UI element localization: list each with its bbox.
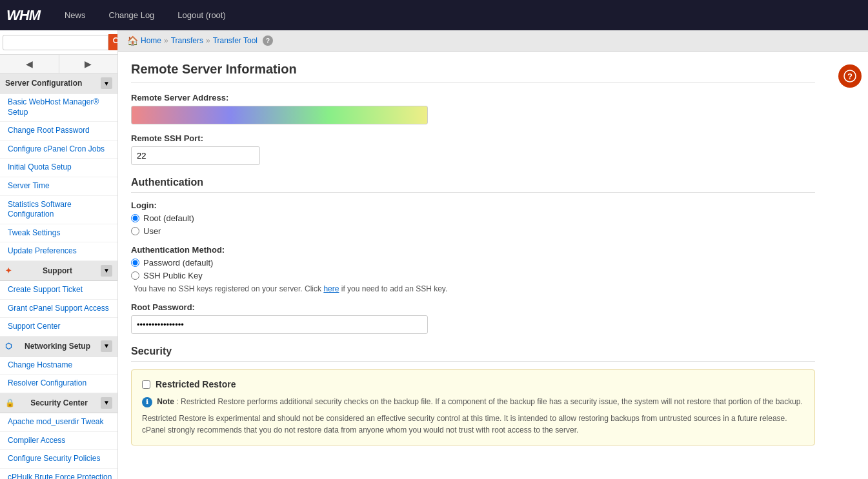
remote-ssh-port-label: Remote SSH Port:	[131, 133, 815, 143]
breadcrumb-sep2: »	[206, 36, 210, 45]
search-bar	[0, 30, 117, 55]
sidebar-item-compiler-access[interactable]: Compiler Access	[0, 432, 117, 451]
security-section-title: Security	[131, 346, 815, 362]
sidebar-section-networking-setup[interactable]: ⬡Networking Setup ▼	[0, 337, 117, 357]
section-label-networking-setup: Networking Setup	[25, 342, 90, 351]
news-link[interactable]: News	[59, 8, 91, 23]
remote-server-address-group: Remote Server Address:	[131, 93, 815, 124]
sidebar-item-change-hostname[interactable]: Change Hostname	[0, 357, 117, 375]
page-title: Remote Server Information	[131, 62, 815, 83]
search-button[interactable]	[108, 34, 118, 50]
sidebar-item-support-center[interactable]: Support Center	[0, 318, 117, 337]
section-toggle-server-configuration[interactable]: ▼	[101, 77, 112, 89]
sidebar-item-basic-webhost-setup[interactable]: Basic WebHost Manager® Setup	[0, 93, 117, 122]
logout-link[interactable]: Logout (root)	[172, 8, 230, 23]
sidebar-item-statistics-software[interactable]: Statistics Software Configuration	[0, 196, 117, 224]
sidebar-item-tweak-settings[interactable]: Tweak Settings	[0, 224, 117, 243]
auth-password-option[interactable]: Password (default)	[131, 258, 815, 268]
restricted-restore-checkbox[interactable]	[142, 380, 150, 389]
breadcrumb-current: Transfer Tool	[213, 36, 257, 45]
note-box: ℹ Note : Restricted Restore performs add…	[142, 396, 804, 407]
section-toggle-networking-setup[interactable]: ▼	[101, 340, 112, 352]
search-input[interactable]	[3, 35, 108, 50]
section-label-support: Support	[43, 266, 72, 275]
sidebar-item-server-time[interactable]: Server Time	[0, 177, 117, 196]
nav-arrows: ◀ ▶	[0, 55, 117, 73]
section-toggle-security-center[interactable]: ▼	[101, 397, 112, 409]
security-box: Restricted Restore ℹ Note : Restricted R…	[131, 369, 815, 445]
security-desc-text: Restricted Restore is experimental and s…	[142, 413, 804, 436]
ssh-note-link[interactable]: here	[323, 284, 339, 293]
help-bubble[interactable]: ?	[838, 64, 862, 88]
svg-text:?: ?	[847, 72, 853, 81]
breadcrumb-home[interactable]: Home	[141, 36, 161, 45]
auth-method-group: Authentication Method: Password (default…	[131, 245, 815, 293]
sidebar-section-support[interactable]: ✦Support ▼	[0, 261, 117, 281]
remote-address-label: Remote Server Address:	[131, 93, 815, 103]
breadcrumb-transfers[interactable]: Transfers	[171, 36, 203, 45]
authentication-section-title: Authentication	[131, 177, 815, 193]
breadcrumb: 🏠 Home » Transfers » Transfer Tool ?	[118, 30, 868, 52]
ssh-key-note: You have no SSH keys registered on your …	[131, 284, 815, 293]
svg-point-0	[114, 38, 118, 43]
ssh-note-suffix: if you need to add an SSH key.	[339, 284, 447, 293]
auth-ssh-radio[interactable]	[131, 271, 139, 280]
breadcrumb-sep1: »	[164, 36, 168, 45]
auth-ssh-option[interactable]: SSH Public Key	[131, 271, 815, 280]
section-label-server-configuration: Server Configuration	[5, 79, 82, 88]
nav-forward-button[interactable]: ▶	[59, 55, 118, 73]
nav-back-button[interactable]: ◀	[0, 55, 59, 73]
restricted-restore-label: Restricted Restore	[156, 379, 236, 389]
changelog-link[interactable]: Change Log	[104, 8, 160, 23]
sidebar-sections: Server Configuration ▼Basic WebHost Mana…	[0, 73, 117, 479]
sidebar-item-change-root-password[interactable]: Change Root Password	[0, 122, 117, 141]
login-root-option[interactable]: Root (default)	[131, 213, 815, 223]
login-radio-group: Root (default) User	[131, 213, 815, 236]
auth-method-radio-group: Password (default) SSH Public Key	[131, 258, 815, 280]
breadcrumb-help-icon[interactable]: ?	[263, 35, 273, 46]
auth-ssh-label: SSH Public Key	[143, 271, 203, 280]
login-label: Login:	[131, 200, 815, 210]
login-root-label: Root (default)	[143, 213, 194, 223]
sidebar-item-resolver-config[interactable]: Resolver Configuration	[0, 375, 117, 393]
auth-password-radio[interactable]	[131, 259, 139, 267]
sidebar-item-configure-security-policies[interactable]: Configure Security Policies	[0, 450, 117, 469]
note-bold: Note	[157, 397, 174, 406]
sidebar-item-apache-mod-userdir[interactable]: Apache mod_userdir Tweak	[0, 413, 117, 432]
login-root-radio[interactable]	[131, 214, 139, 222]
root-password-label: Root Password:	[131, 302, 815, 312]
sidebar-item-create-support-ticket[interactable]: Create Support Ticket	[0, 281, 117, 300]
main-content: 🏠 Home » Transfers » Transfer Tool ? Rem…	[118, 30, 868, 479]
sidebar-item-update-preferences[interactable]: Update Preferences	[0, 242, 117, 261]
note-icon: ℹ	[142, 397, 152, 407]
sidebar-item-initial-quota-setup[interactable]: Initial Quota Setup	[0, 159, 117, 177]
sidebar-item-cphulk-brute-force[interactable]: cPHulk Brute Force Protection	[0, 469, 117, 479]
main-layout: ◀ ▶ Server Configuration ▼Basic WebHost …	[0, 30, 868, 479]
sidebar-section-server-configuration[interactable]: Server Configuration ▼	[0, 73, 117, 93]
login-user-radio[interactable]	[131, 227, 139, 235]
remote-ssh-port-group: Remote SSH Port:	[131, 133, 815, 165]
page-body: Remote Server Information Remote Server …	[118, 52, 828, 456]
section-label-security-center: Security Center	[30, 398, 88, 407]
auth-password-label: Password (default)	[143, 258, 213, 268]
top-navigation: WHM News Change Log Logout (root)	[0, 0, 868, 30]
note-text: : Restricted Restore performs additional…	[176, 397, 803, 406]
sidebar-section-security-center[interactable]: 🔒Security Center ▼	[0, 393, 117, 413]
login-user-label: User	[143, 226, 161, 236]
sidebar: ◀ ▶ Server Configuration ▼Basic WebHost …	[0, 30, 118, 479]
sidebar-item-configure-cpanel-cron[interactable]: Configure cPanel Cron Jobs	[0, 141, 117, 159]
ssh-note-prefix: You have no SSH keys registered on your …	[134, 284, 323, 293]
sidebar-item-grant-cpanel-support[interactable]: Grant cPanel Support Access	[0, 300, 117, 318]
section-toggle-support[interactable]: ▼	[101, 265, 112, 277]
home-icon: 🏠	[127, 35, 138, 46]
whm-logo: WHM	[6, 7, 40, 24]
login-user-option[interactable]: User	[131, 226, 815, 236]
auth-method-label: Authentication Method:	[131, 245, 815, 255]
login-group: Login: Root (default) User	[131, 200, 815, 236]
root-password-input[interactable]	[131, 315, 428, 334]
root-password-group: Root Password:	[131, 302, 815, 334]
remote-ssh-port-input[interactable]	[131, 146, 260, 165]
restricted-restore-row: Restricted Restore	[142, 379, 804, 389]
remote-server-address-input[interactable]	[131, 106, 428, 124]
